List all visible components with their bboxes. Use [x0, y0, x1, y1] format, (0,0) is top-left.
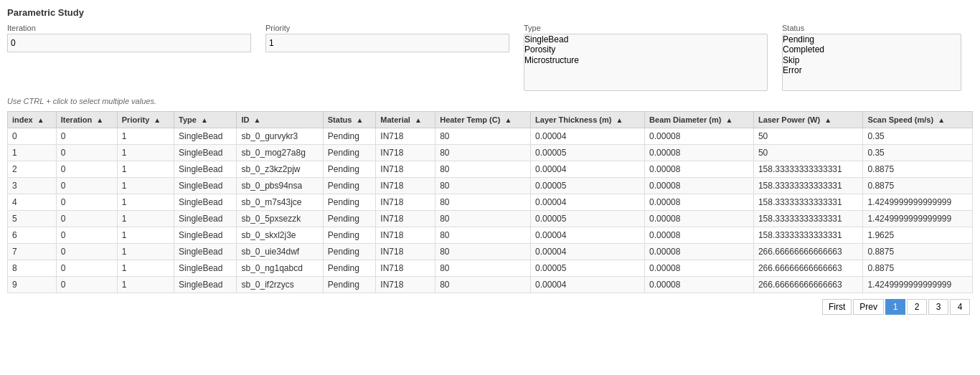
cell-id: sb_0_ng1qabcd [237, 260, 323, 277]
iteration-input[interactable] [7, 34, 251, 52]
cell-id: sb_0_m7s43jce [237, 194, 323, 211]
cell-material: IN718 [376, 145, 435, 161]
page-title: Parametric Study [7, 7, 973, 18]
cell-status: Pending [323, 227, 376, 244]
cell-index: 5 [8, 211, 57, 227]
col-index[interactable]: index ▲ [8, 112, 57, 128]
cell-heater_temp: 80 [435, 161, 531, 178]
cell-id: sb_0_pbs94nsa [237, 178, 323, 194]
cell-scan_speed: 0.8875 [863, 244, 973, 260]
col-priority[interactable]: Priority ▲ [117, 112, 174, 128]
cell-material: IN718 [376, 260, 435, 277]
cell-status: Pending [323, 178, 376, 194]
table-row: 401SingleBeadsb_0_m7s43jcePendingIN71880… [8, 194, 973, 211]
sort-arrow-iteration: ▲ [96, 116, 103, 124]
sort-arrow-status: ▲ [356, 116, 363, 124]
cell-status: Pending [323, 128, 376, 145]
cell-layer_thickness: 0.00005 [531, 145, 645, 161]
cell-beam_diameter: 0.00008 [645, 161, 754, 178]
sort-arrow-material: ▲ [415, 116, 422, 124]
cell-id: sb_0_skxl2j3e [237, 227, 323, 244]
cell-index: 8 [8, 260, 57, 277]
sort-arrow-beam-diameter: ▲ [725, 116, 732, 124]
cell-type: SingleBead [174, 211, 237, 227]
page-wrapper: Parametric Study Iteration Priority Type… [0, 0, 980, 375]
priority-filter-group: Priority [265, 24, 509, 52]
status-label: Status [782, 24, 961, 32]
cell-heater_temp: 80 [435, 227, 531, 244]
cell-laser_power: 158.33333333333331 [753, 227, 862, 244]
cell-type: SingleBead [174, 277, 237, 293]
cell-laser_power: 266.66666666666663 [753, 260, 862, 277]
cell-priority: 1 [117, 194, 174, 211]
sort-arrow-priority: ▲ [154, 116, 161, 124]
table-row: 701SingleBeadsb_0_uie34dwfPendingIN71880… [8, 244, 973, 260]
cell-priority: 1 [117, 178, 174, 194]
cell-priority: 1 [117, 211, 174, 227]
cell-scan_speed: 0.8875 [863, 178, 973, 194]
cell-type: SingleBead [174, 178, 237, 194]
sort-arrow-heater-temp: ▲ [504, 116, 512, 124]
page-4-button[interactable]: 4 [950, 299, 970, 315]
cell-heater_temp: 80 [435, 260, 531, 277]
col-material[interactable]: Material ▲ [376, 112, 435, 128]
first-button[interactable]: First [822, 299, 852, 315]
cell-iteration: 0 [56, 178, 117, 194]
table-body: 001SingleBeadsb_0_gurvykr3PendingIN71880… [8, 128, 973, 293]
filters-row: Iteration Priority Type SingleBead Poros… [7, 24, 973, 91]
cell-iteration: 0 [56, 194, 117, 211]
cell-heater_temp: 80 [435, 128, 531, 145]
cell-index: 9 [8, 277, 57, 293]
col-scan-speed[interactable]: Scan Speed (m/s) ▲ [863, 112, 973, 128]
cell-layer_thickness: 0.00005 [531, 260, 645, 277]
cell-priority: 1 [117, 277, 174, 293]
table-row: 501SingleBeadsb_0_5pxsezzkPendingIN71880… [8, 211, 973, 227]
priority-input[interactable] [265, 34, 509, 52]
status-select[interactable]: Pending Completed Skip Error [782, 34, 961, 91]
page-2-button[interactable]: 2 [907, 299, 927, 315]
cell-heater_temp: 80 [435, 211, 531, 227]
cell-scan_speed: 1.4249999999999999 [863, 277, 973, 293]
cell-type: SingleBead [174, 161, 237, 178]
cell-beam_diameter: 0.00008 [645, 178, 754, 194]
cell-id: sb_0_uie34dwf [237, 244, 323, 260]
col-laser-power[interactable]: Laser Power (W) ▲ [753, 112, 862, 128]
cell-material: IN718 [376, 244, 435, 260]
cell-beam_diameter: 0.00008 [645, 244, 754, 260]
priority-label: Priority [265, 24, 509, 32]
table-row: 201SingleBeadsb_0_z3kz2pjwPendingIN71880… [8, 161, 973, 178]
cell-priority: 1 [117, 227, 174, 244]
col-iteration[interactable]: Iteration ▲ [56, 112, 117, 128]
iteration-label: Iteration [7, 24, 251, 32]
cell-priority: 1 [117, 244, 174, 260]
type-select[interactable]: SingleBead Porosity Microstructure [524, 34, 768, 91]
cell-status: Pending [323, 194, 376, 211]
cell-layer_thickness: 0.00004 [531, 227, 645, 244]
cell-status: Pending [323, 211, 376, 227]
cell-iteration: 0 [56, 145, 117, 161]
cell-heater_temp: 80 [435, 277, 531, 293]
sort-arrow-laser-power: ▲ [824, 116, 831, 124]
cell-laser_power: 158.33333333333331 [753, 178, 862, 194]
cell-type: SingleBead [174, 227, 237, 244]
cell-index: 3 [8, 178, 57, 194]
cell-layer_thickness: 0.00004 [531, 161, 645, 178]
cell-material: IN718 [376, 194, 435, 211]
page-3-button[interactable]: 3 [928, 299, 948, 315]
table-row: 001SingleBeadsb_0_gurvykr3PendingIN71880… [8, 128, 973, 145]
col-heater-temp[interactable]: Heater Temp (C) ▲ [435, 112, 531, 128]
prev-button[interactable]: Prev [853, 299, 884, 315]
cell-laser_power: 158.33333333333331 [753, 211, 862, 227]
cell-id: sb_0_z3kz2pjw [237, 161, 323, 178]
cell-status: Pending [323, 277, 376, 293]
cell-iteration: 0 [56, 128, 117, 145]
col-layer-thickness[interactable]: Layer Thickness (m) ▲ [531, 112, 645, 128]
col-id[interactable]: ID ▲ [237, 112, 323, 128]
cell-beam_diameter: 0.00008 [645, 128, 754, 145]
cell-status: Pending [323, 244, 376, 260]
col-beam-diameter[interactable]: Beam Diameter (m) ▲ [645, 112, 754, 128]
col-status[interactable]: Status ▲ [323, 112, 376, 128]
cell-priority: 1 [117, 260, 174, 277]
page-1-button[interactable]: 1 [885, 299, 905, 315]
col-type[interactable]: Type ▲ [174, 112, 237, 128]
